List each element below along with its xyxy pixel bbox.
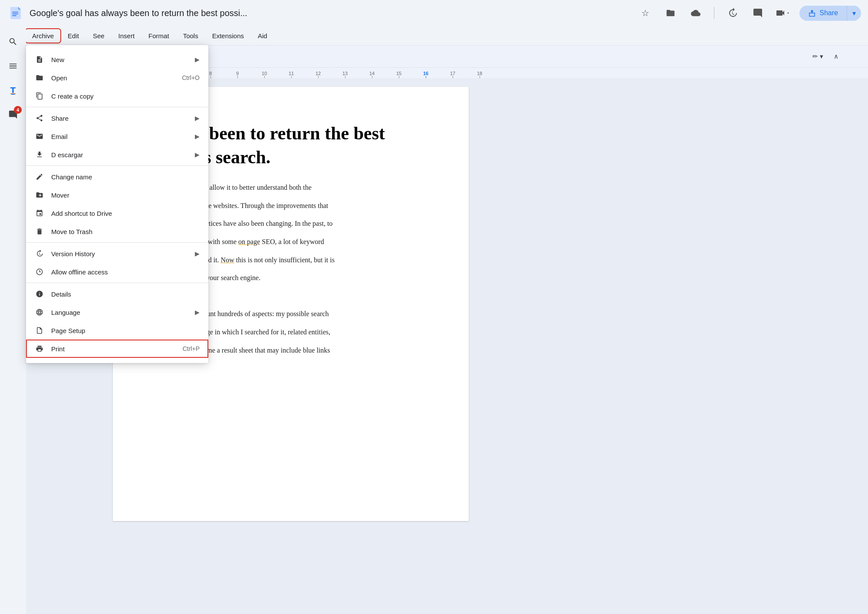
menu-create-copy[interactable]: C reate a copy [26, 87, 208, 105]
sidebar-grammar[interactable]: T̲ [4, 82, 22, 99]
comments-badge: 4 [14, 106, 22, 114]
version-history-label: Version History [51, 250, 188, 257]
dropdown-menu: New ▶ Open Ctrl+O C reate a copy [26, 45, 208, 363]
new-label: New [51, 56, 188, 63]
new-arrow: ▶ [195, 56, 200, 63]
language-icon [35, 307, 44, 317]
dropdown-section-1: New ▶ Open Ctrl+O C reate a copy [26, 49, 208, 107]
menu-language[interactable]: Language ▶ [26, 303, 208, 321]
document-title[interactable]: Google's goal has always been to return … [30, 8, 333, 18]
dropdown-overlay: New ▶ Open Ctrl+O C reate a copy [26, 45, 208, 363]
menu-bar: Archive Edit See Insert Format Tools Ext… [0, 26, 868, 45]
collapse-toolbar-btn[interactable]: ∧ [830, 51, 842, 62]
menu-share[interactable]: Share ▶ [26, 109, 208, 127]
divider [714, 7, 714, 19]
open-icon [35, 73, 44, 83]
version-history-icon [35, 249, 44, 258]
edit-mode-btn[interactable]: ✏ ▾ [809, 51, 827, 62]
cloud-button[interactable] [687, 4, 704, 22]
mover-icon [35, 190, 44, 200]
language-label: Language [51, 309, 188, 316]
svg-rect-8 [809, 16, 815, 17]
svg-rect-5 [809, 13, 815, 13]
page-setup-label: Page Setup [51, 327, 200, 334]
share-arrow: ▶ [195, 115, 200, 122]
menu-add-shortcut[interactable]: Add shortcut to Drive [26, 204, 208, 222]
top-icons: ☆ Share ▾ [637, 4, 861, 22]
menu-item-archive[interactable]: Archive [26, 30, 60, 42]
email-icon [35, 132, 44, 141]
trash-icon [35, 227, 44, 236]
menu-item-edit[interactable]: Edit [62, 30, 85, 42]
comment-button[interactable] [749, 4, 766, 22]
menu-print[interactable]: Print Ctrl+P [26, 340, 208, 358]
menu-offline-access[interactable]: Allow offline access [26, 263, 208, 281]
share-menu-label: Share [51, 115, 188, 122]
dropdown-section-2: Share ▶ Email ▶ D escargar ▶ [26, 107, 208, 166]
app-icon[interactable] [7, 4, 24, 22]
descargar-arrow: ▶ [195, 151, 200, 158]
share-dropdown-button[interactable]: ▾ [847, 6, 861, 21]
print-shortcut: Ctrl+P [183, 345, 200, 352]
offline-label: Allow offline access [51, 268, 200, 276]
print-icon [35, 344, 44, 353]
dropdown-section-5: Details Language ▶ Page Setup Print [26, 283, 208, 360]
folder-button[interactable] [662, 4, 679, 22]
open-label: Open [51, 74, 175, 82]
menu-item-format[interactable]: Format [142, 30, 175, 42]
left-sidebar: T̲ 4 [0, 26, 26, 614]
svg-rect-4 [12, 15, 16, 16]
details-label: Details [51, 290, 200, 298]
svg-rect-3 [12, 13, 18, 14]
move-trash-label: Move to Trash [51, 228, 200, 235]
menu-email[interactable]: Email ▶ [26, 127, 208, 145]
menu-new[interactable]: New ▶ [26, 50, 208, 69]
menu-mover[interactable]: Mover [26, 186, 208, 204]
add-shortcut-label: Add shortcut to Drive [51, 210, 200, 217]
print-label: Print [51, 345, 176, 353]
menu-item-extensions[interactable]: Extensions [206, 30, 250, 42]
download-icon [35, 150, 44, 159]
sidebar-list[interactable] [4, 57, 22, 75]
version-history-arrow: ▶ [195, 250, 200, 257]
sidebar-search[interactable] [4, 33, 22, 50]
top-bar: Google's goal has always been to return … [0, 0, 868, 26]
share-button[interactable]: Share [799, 6, 847, 20]
svg-rect-2 [12, 12, 18, 13]
sidebar-comments[interactable]: 4 [4, 106, 22, 123]
svg-rect-7 [815, 13, 815, 16]
menu-item-tools[interactable]: Tools [177, 30, 204, 42]
menu-open[interactable]: Open Ctrl+O [26, 69, 208, 87]
share-label: Share [819, 9, 838, 17]
email-label: Email [51, 133, 188, 140]
svg-rect-6 [809, 13, 810, 16]
menu-item-insert[interactable]: Insert [112, 30, 141, 42]
descargar-label: D escargar [51, 151, 188, 158]
offline-icon [35, 267, 44, 277]
mover-label: Mover [51, 191, 200, 199]
dropdown-section-3: Change name Mover Add shortcut to Drive … [26, 166, 208, 243]
history-button[interactable] [724, 4, 741, 22]
details-icon [35, 289, 44, 299]
menu-item-see[interactable]: See [87, 30, 111, 42]
menu-descargar[interactable]: D escargar ▶ [26, 145, 208, 164]
menu-item-aid[interactable]: Aid [252, 30, 273, 42]
menu-change-name[interactable]: Change name [26, 168, 208, 186]
change-name-label: Change name [51, 173, 200, 181]
add-shortcut-icon [35, 208, 44, 218]
menu-version-history[interactable]: Version History ▶ [26, 244, 208, 263]
copy-icon [35, 91, 44, 101]
open-shortcut: Ctrl+O [182, 74, 200, 81]
video-button[interactable] [774, 4, 792, 22]
email-arrow: ▶ [195, 133, 200, 140]
menu-page-setup[interactable]: Page Setup [26, 321, 208, 340]
dropdown-section-4: Version History ▶ Allow offline access [26, 243, 208, 283]
change-name-icon [35, 172, 44, 182]
menu-details[interactable]: Details [26, 285, 208, 303]
menu-move-trash[interactable]: Move to Trash [26, 222, 208, 241]
star-button[interactable]: ☆ [637, 4, 654, 22]
page-setup-icon [35, 326, 44, 335]
language-arrow: ▶ [195, 309, 200, 316]
create-copy-label: C reate a copy [51, 92, 200, 100]
new-icon [35, 55, 44, 64]
